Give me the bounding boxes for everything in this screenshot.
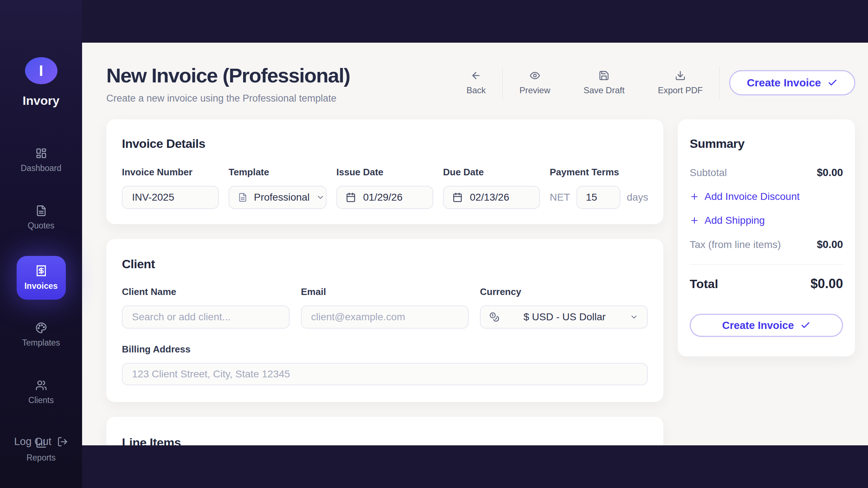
create-invoice-label: Create Invoice <box>722 320 794 331</box>
invoice-number-field: Invoice Number <box>122 167 219 209</box>
add-shipping-link[interactable]: Add Shipping <box>690 215 843 226</box>
save-icon <box>599 70 609 81</box>
summary-heading: Summary <box>690 137 843 151</box>
currency-value: $ USD - US Dollar <box>506 311 623 323</box>
logout-icon <box>57 436 68 447</box>
chevron-down-icon <box>316 193 325 202</box>
chevron-down-icon <box>630 313 638 321</box>
template-value: Professional <box>254 192 310 203</box>
add-shipping-label: Add Shipping <box>705 215 765 226</box>
issue-date-field: Issue Date 01/29/26 <box>336 167 433 209</box>
line-items-heading: Line Items <box>122 436 648 445</box>
calendar-icon <box>452 192 463 202</box>
payment-terms-field: Payment Terms NET days <box>550 167 648 209</box>
total-value: $0.00 <box>810 276 843 291</box>
client-fields: Client Name Email Currency <box>122 286 648 329</box>
template-select[interactable]: Professional <box>229 186 327 209</box>
issue-date-picker[interactable]: 01/29/26 <box>336 186 433 209</box>
due-date-value: 02/13/26 <box>470 192 509 203</box>
logout-label: Log Out <box>14 436 51 448</box>
add-invoice-discount-label: Add Invoice Discount <box>705 191 800 202</box>
sidebar-item-label: Invoices <box>24 281 58 291</box>
brand-logo: I <box>25 57 58 84</box>
client-name-label: Client Name <box>122 286 290 297</box>
arrow-left-icon <box>471 70 481 81</box>
subtotal-value: $0.00 <box>817 167 843 179</box>
tax-row: Tax (from line items) $0.00 <box>690 239 843 251</box>
file-text-icon <box>238 193 247 202</box>
due-date-field: Due Date 02/13/26 <box>443 167 540 209</box>
email-input[interactable] <box>301 305 469 329</box>
back-button[interactable]: Back <box>450 70 502 95</box>
download-icon <box>675 70 686 81</box>
brand-name: Invory <box>22 94 59 108</box>
sidebar-item-invoices[interactable]: Invoices <box>17 256 66 300</box>
payment-terms-label: Payment Terms <box>550 167 648 178</box>
add-invoice-discount-link[interactable]: Add Invoice Discount <box>690 191 843 202</box>
plus-icon <box>690 192 699 201</box>
quotes-document-icon <box>35 205 47 217</box>
summary-column: Summary Subtotal $0.00 Add Invoice Disco… <box>678 119 855 356</box>
template-label: Template <box>229 167 327 178</box>
billing-address-input[interactable] <box>122 363 648 385</box>
logout-button[interactable]: Log Out <box>14 436 68 448</box>
sidebar-item-label: Dashboard <box>21 163 61 173</box>
check-icon <box>827 78 838 88</box>
billing-address-label: Billing Address <box>122 344 648 355</box>
tax-value: $0.00 <box>817 239 843 251</box>
sidebar-item-clients[interactable]: Clients <box>13 373 69 412</box>
sidebar-item-label: Templates <box>22 338 60 348</box>
sidebar-item-quotes[interactable]: Quotes <box>13 198 69 237</box>
page-header: New Invoice (Professional) Create a new … <box>106 64 855 104</box>
subtotal-row: Subtotal $0.00 <box>690 167 843 179</box>
issue-date-value: 01/29/26 <box>363 192 403 203</box>
sidebar-item-label: Clients <box>28 395 54 405</box>
plus-icon <box>690 216 699 225</box>
summary-card: Summary Subtotal $0.00 Add Invoice Disco… <box>678 119 855 356</box>
days-suffix: days <box>627 192 648 203</box>
client-card: Client Client Name Email Currency <box>106 239 663 402</box>
preview-button[interactable]: Preview <box>503 70 567 95</box>
due-date-label: Due Date <box>443 167 540 178</box>
preview-label: Preview <box>519 85 550 95</box>
eye-icon <box>529 70 540 81</box>
subtotal-label: Subtotal <box>690 167 727 179</box>
sidebar-item-label: Reports <box>26 453 56 463</box>
export-pdf-label: Export PDF <box>658 85 703 95</box>
sidebar-item-dashboard[interactable]: Dashboard <box>13 141 69 180</box>
client-name-field: Client Name <box>122 286 290 329</box>
create-invoice-button-summary[interactable]: Create Invoice <box>690 314 843 337</box>
page-subtitle: Create a new invoice using the Professio… <box>106 93 350 104</box>
main-content: New Invoice (Professional) Create a new … <box>82 43 868 445</box>
brand-initial: I <box>39 62 43 80</box>
back-label: Back <box>467 85 486 95</box>
check-icon <box>800 320 810 330</box>
invoice-details-card: Invoice Details Invoice Number Template <box>106 119 663 224</box>
issue-date-label: Issue Date <box>336 167 433 178</box>
invoices-receipt-icon <box>35 265 47 277</box>
currency-field: Currency $ USD - US Dollar <box>480 286 648 329</box>
currency-select[interactable]: $ USD - US Dollar <box>480 305 648 329</box>
export-pdf-button[interactable]: Export PDF <box>641 70 719 95</box>
sidebar: I Invory Dashboard Quotes Invoices <box>0 0 82 488</box>
clients-users-icon <box>35 380 47 391</box>
header-toolbar: Back Preview Save Draft <box>450 67 855 99</box>
create-invoice-label: Create Invoice <box>747 77 821 89</box>
create-invoice-button-header[interactable]: Create Invoice <box>729 70 855 95</box>
save-draft-button[interactable]: Save Draft <box>567 70 641 95</box>
toolbar-divider <box>719 67 720 99</box>
invoice-details-fields: Invoice Number Template Professional <box>122 167 648 209</box>
client-name-input[interactable] <box>122 305 290 329</box>
page-title: New Invoice (Professional) <box>106 64 350 87</box>
invoice-number-label: Invoice Number <box>122 167 219 178</box>
payment-terms-input[interactable] <box>576 186 620 209</box>
template-field: Template Professional <box>229 167 327 209</box>
due-date-picker[interactable]: 02/13/26 <box>443 186 540 209</box>
coins-icon <box>489 312 499 322</box>
form-column: Invoice Details Invoice Number Template <box>106 119 663 445</box>
sidebar-item-templates[interactable]: Templates <box>13 316 69 354</box>
page-titles: New Invoice (Professional) Create a new … <box>106 64 350 104</box>
invoice-number-input[interactable] <box>122 186 219 209</box>
net-prefix: NET <box>550 192 570 203</box>
calendar-icon <box>346 192 356 202</box>
